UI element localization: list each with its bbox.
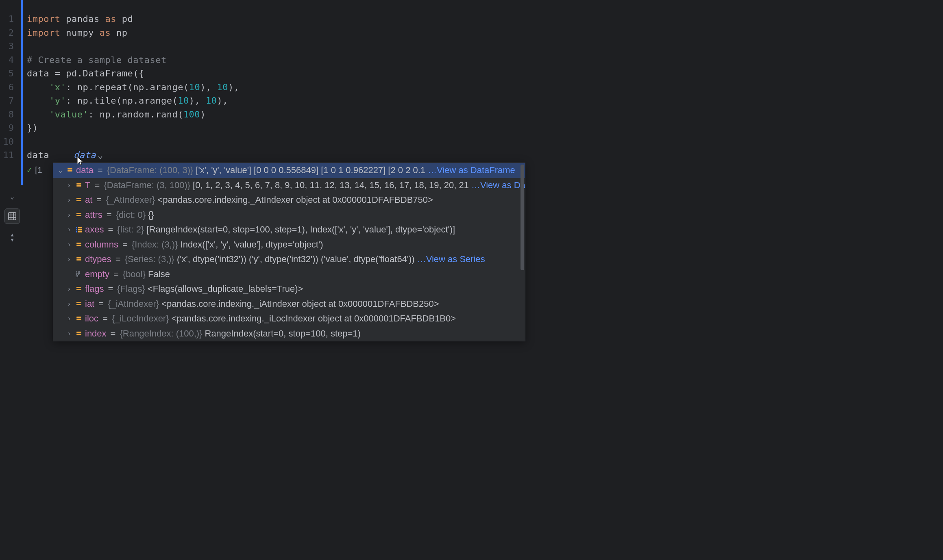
chevron-down-icon[interactable]: ⌄	[10, 193, 14, 200]
variable-value: <pandas.core.indexing._iLocIndexer objec…	[172, 313, 456, 324]
svg-rect-21	[76, 289, 81, 290]
code-line[interactable]	[23, 135, 943, 149]
object-icon	[75, 211, 83, 219]
svg-rect-12	[76, 231, 77, 232]
code-line[interactable]: import pandas as pd	[23, 12, 943, 26]
chevron-right-icon[interactable]: ›	[65, 226, 73, 233]
chevron-right-icon[interactable]: ›	[65, 285, 73, 293]
variable-value: [0, 1, 2, 3, 4, 5, 6, 7, 8, 9, 10, 11, 1…	[193, 180, 469, 191]
execution-count: [1	[35, 165, 42, 175]
debug-variable-row[interactable]: › iat = {_iAtIndexer} <pandas.core.index…	[53, 297, 525, 312]
sort-updown-icon[interactable]: ▲▼	[8, 232, 17, 243]
svg-rect-11	[78, 229, 82, 230]
inline-value-hint[interactable]: data⌄	[74, 148, 103, 162]
line-number: 1	[0, 12, 21, 26]
object-icon	[75, 300, 83, 308]
variable-type: {DataFrame: (100, 3)}	[107, 165, 194, 176]
code-line[interactable]: 'y': np.tile(np.arange(10), 10),	[23, 94, 943, 108]
equals-sign: =	[113, 269, 119, 280]
object-icon	[75, 256, 83, 263]
equals-sign: =	[98, 299, 104, 309]
debug-variable-row[interactable]: 1001 empty = {bool} False	[53, 267, 525, 282]
svg-rect-1	[68, 170, 72, 171]
line-number: 8	[0, 108, 21, 122]
svg-rect-3	[76, 185, 81, 187]
svg-rect-17	[76, 259, 81, 260]
svg-rect-2	[76, 183, 81, 184]
debug-variable-row[interactable]: › columns = {Index: (3,)} Index(['x', 'y…	[53, 237, 525, 252]
svg-rect-24	[76, 317, 81, 318]
code-line[interactable]: 'x': np.repeat(np.arange(10), 10),	[23, 80, 943, 94]
view-as-link[interactable]: …View as DataFrame	[428, 165, 515, 176]
variable-value: [RangeIndex(start=0, stop=100, step=1), …	[146, 224, 455, 235]
variable-value: ('x', dtype('int32')) ('y', dtype('int32…	[177, 254, 415, 265]
chevron-right-icon[interactable]: ›	[65, 300, 73, 308]
chevron-down-icon[interactable]: ⌄	[98, 150, 103, 160]
debug-variable-row[interactable]: ⌄ data = {DataFrame: (100, 3)} ['x', 'y'…	[53, 163, 525, 178]
equals-sign: =	[98, 165, 103, 176]
popup-scrollbar[interactable]	[521, 165, 524, 339]
variable-name: iloc	[85, 313, 98, 324]
code-line[interactable]: data = pd.DataFrame({	[23, 67, 943, 80]
debug-variable-row[interactable]: › at = {_AtIndexer} <pandas.core.indexin…	[53, 193, 525, 208]
code-line[interactable]: import numpy as np	[23, 26, 943, 40]
chevron-right-icon[interactable]: ›	[65, 315, 73, 322]
debug-variable-row[interactable]: › T = {DataFrame: (3, 100)} [0, 1, 2, 3,…	[53, 178, 525, 193]
code-line[interactable]: 'value': np.random.rand(100)	[23, 108, 943, 122]
chevron-right-icon[interactable]: ›	[65, 241, 73, 248]
variable-name: T	[85, 180, 90, 191]
line-number: 5	[0, 67, 21, 80]
chevron-right-icon[interactable]: ›	[65, 211, 73, 219]
debug-variable-row[interactable]: › index = {RangeIndex: (100,)} RangeInde…	[53, 326, 525, 341]
line-number: 2	[0, 26, 21, 40]
debug-variable-row[interactable]: › dtypes = {Series: (3,)} ('x', dtype('i…	[53, 252, 525, 267]
code-line[interactable]	[23, 39, 943, 53]
variable-type: {bool}	[123, 269, 146, 280]
debug-variable-row[interactable]: › flags = {Flags} <Flags(allows_duplicat…	[53, 282, 525, 297]
variable-value: ['x', 'y', 'value'] [0 0 0 0.556849] [1 …	[196, 165, 425, 176]
variable-type: {_iAtIndexer}	[108, 299, 159, 309]
debug-variable-row[interactable]: › axes = {list: 2} [RangeIndex(start=0, …	[53, 222, 525, 237]
code-line[interactable]: })	[23, 121, 943, 135]
code-line[interactable]: # Create a sample dataset	[23, 53, 943, 67]
scrollbar-thumb[interactable]	[521, 165, 524, 270]
variable-name: index	[85, 328, 107, 339]
equals-sign: =	[115, 254, 121, 265]
code-line[interactable]: datadata⌄	[23, 148, 943, 162]
line-number: 6	[0, 80, 21, 94]
svg-rect-10	[76, 229, 77, 230]
variable-type: {Series: (3,)}	[125, 254, 174, 265]
equals-sign: =	[111, 328, 116, 339]
equals-sign: =	[108, 224, 113, 235]
variable-value: Index(['x', 'y', 'value'], dtype='object…	[181, 239, 323, 250]
chevron-right-icon[interactable]: ›	[65, 196, 73, 204]
variable-type: {Flags}	[117, 284, 145, 294]
variable-name: attrs	[85, 210, 102, 220]
debug-variable-row[interactable]: › attrs = {dict: 0} {}	[53, 208, 525, 223]
line-number: 7	[0, 94, 21, 108]
svg-rect-5	[76, 200, 81, 201]
view-as-link[interactable]: …View as Series	[417, 254, 485, 265]
chevron-right-icon[interactable]: ›	[65, 256, 73, 263]
debug-variable-row[interactable]: › iloc = {_iLocIndexer} <pandas.core.ind…	[53, 311, 525, 326]
svg-rect-7	[76, 215, 81, 216]
variable-value: <Flags(allows_duplicate_labels=True)>	[148, 284, 303, 294]
equals-sign: =	[122, 239, 128, 250]
table-view-icon[interactable]	[4, 208, 20, 224]
object-icon	[75, 241, 83, 248]
object-icon	[75, 196, 83, 204]
chevron-right-icon[interactable]: ›	[65, 330, 73, 337]
debug-variable-popup[interactable]: ⌄ data = {DataFrame: (100, 3)} ['x', 'y'…	[53, 163, 525, 341]
view-as-link[interactable]: …View as DataFrame	[471, 180, 525, 191]
equals-sign: =	[108, 284, 113, 294]
svg-rect-9	[78, 227, 82, 228]
svg-rect-14	[76, 243, 81, 244]
variable-type: {DataFrame: (3, 100)}	[104, 180, 190, 191]
variable-value: {}	[148, 210, 154, 220]
chevron-down-icon[interactable]: ⌄	[57, 167, 64, 174]
object-icon	[75, 330, 83, 337]
chevron-right-icon[interactable]: ›	[65, 182, 73, 189]
variable-value: <pandas.core.indexing._iAtIndexer object…	[161, 299, 439, 309]
line-number: 11	[0, 148, 21, 162]
variable-type: {dict: 0}	[116, 210, 146, 220]
